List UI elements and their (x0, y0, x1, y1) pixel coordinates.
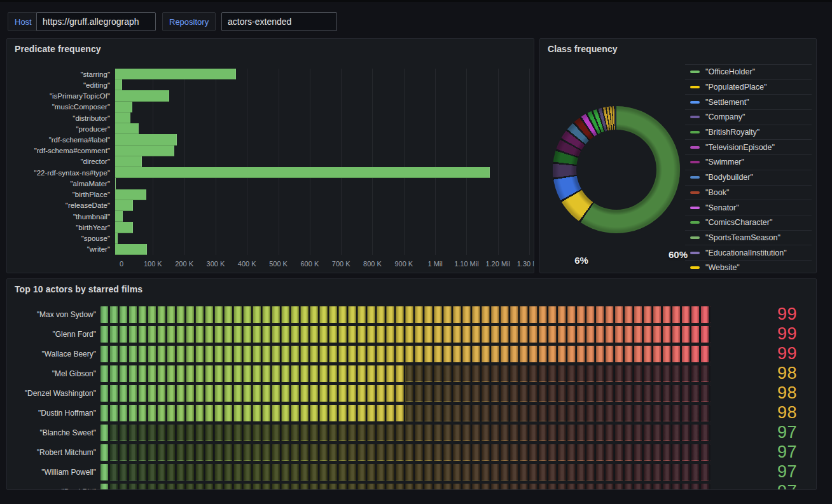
predicate-panel-title[interactable]: Predicate frequency (15, 44, 101, 54)
actor-name: "Wallace Beery" (15, 350, 101, 358)
actor-row: "Wallace Beery"99 (15, 344, 808, 364)
predicate-bar (115, 200, 133, 211)
x-axis-tick: 1.30 Mil (517, 260, 534, 268)
predicate-label: "writer" (13, 244, 115, 255)
legend-swatch (690, 101, 700, 104)
legend-label: "Website" (705, 263, 740, 272)
predicate-bar-track (115, 211, 529, 222)
legend-item[interactable]: "ComicsCharacter" (685, 215, 812, 230)
actor-gauge-bar (101, 405, 711, 421)
legend-item[interactable]: "PopulatedPlace" (685, 79, 812, 95)
predicate-row: "editing" (13, 79, 529, 90)
legend-swatch (690, 266, 700, 269)
x-axis-tick: 300 K (207, 260, 225, 268)
legend-swatch (690, 116, 700, 118)
actors-bar-gauge: "Max von Sydow"99"Glenn Ford"99"Wallace … (15, 304, 808, 486)
legend-label: "Bodybuilder" (705, 173, 753, 182)
predicate-label: "thumbnail" (13, 211, 115, 222)
predicate-label: "birthYear" (13, 222, 115, 233)
legend-swatch (690, 161, 700, 163)
predicate-label: "isPrimaryTopicOf" (13, 90, 115, 101)
actors-panel-title[interactable]: Top 10 actors by starred films (15, 284, 142, 294)
gauge-cell-grid (101, 306, 711, 323)
predicate-bar-track (115, 156, 529, 167)
predicate-bar (115, 102, 132, 112)
host-variable-input[interactable] (36, 12, 156, 31)
class-donut-chart: 60% 7% 6% (553, 106, 680, 233)
actor-row: "Denzel Washington"98 (15, 383, 808, 403)
repository-variable-input[interactable] (221, 12, 337, 31)
actor-gauge-bar (101, 365, 711, 382)
predicate-row: "rdf-schema#label" (13, 134, 529, 145)
legend-label: "SportsTeamSeason" (705, 233, 780, 242)
actor-name: "Dustin Hoffman" (15, 409, 101, 418)
x-axis-tick: 200 K (175, 260, 193, 268)
legend-swatch (690, 71, 700, 73)
actor-row: "Mel Gibson"98 (15, 364, 808, 383)
actor-name: "Mel Gibson" (15, 369, 101, 378)
x-axis-tick: 900 K (394, 260, 413, 268)
x-axis-tick: 500 K (269, 260, 288, 268)
class-panel-title[interactable]: Class frequency (548, 44, 618, 54)
repository-variable-label: Repository (162, 12, 216, 31)
predicate-row: "spouse" (13, 233, 529, 244)
actor-gauge-bar (101, 385, 711, 402)
legend-label: "Senator" (705, 203, 739, 212)
actor-value: 97 (711, 482, 808, 490)
legend-swatch (690, 191, 700, 194)
legend-swatch (690, 131, 700, 133)
gauge-cell-grid (101, 484, 711, 491)
legend-item[interactable]: "Senator" (685, 200, 812, 215)
actor-value: 98 (711, 383, 808, 403)
x-axis-tick: 400 K (238, 260, 256, 268)
legend-item[interactable]: "Settlement" (685, 94, 812, 109)
predicate-bar (115, 167, 490, 178)
legend-item[interactable]: "Company" (685, 109, 812, 125)
legend-item[interactable]: "SportsTeamSeason" (685, 230, 812, 245)
predicate-row: "distributor" (13, 112, 529, 123)
donut-percentage-label: 7% (586, 273, 600, 274)
legend-label: "EducationalInstitution" (705, 249, 787, 257)
legend-item[interactable]: "Website" (685, 260, 812, 273)
actor-row: "William Powell"97 (15, 462, 808, 482)
predicate-bar-track (115, 189, 529, 200)
predicate-bar (115, 90, 169, 101)
legend-label: "Settlement" (705, 98, 749, 107)
legend-swatch (690, 207, 700, 209)
predicate-bar-track (115, 233, 529, 244)
gauge-cell-grid (101, 444, 711, 461)
legend-label: "BritishRoyalty" (705, 128, 759, 137)
legend-label: "ComicsCharacter" (705, 218, 772, 227)
legend-item[interactable]: "BritishRoyalty" (685, 125, 812, 140)
x-axis-tick: 1 Mil (427, 260, 442, 268)
actor-name: "Max von Sydow" (15, 310, 101, 319)
actor-row: "Max von Sydow"99 (15, 304, 808, 324)
gauge-cell-grid (101, 326, 711, 343)
predicate-row: "isPrimaryTopicOf" (13, 90, 529, 101)
grafana-dashboard: Host Repository Predicate frequency "sta… (0, 0, 832, 504)
predicate-label: "producer" (13, 123, 115, 134)
predicate-label: "editing" (13, 79, 115, 90)
legend-swatch (690, 252, 700, 254)
actor-gauge-bar (101, 425, 711, 441)
predicate-label: "rdf-schema#comment" (13, 146, 115, 156)
actor-gauge-bar (101, 484, 711, 491)
legend-item[interactable]: "Book" (685, 185, 812, 200)
predicate-bar (115, 134, 177, 145)
legend-item[interactable]: "TelevisionEpisode" (685, 139, 812, 154)
predicate-bar-chart: "starring""editing""isPrimaryTopicOf""mu… (13, 69, 529, 255)
gauge-cell-grid (101, 405, 711, 421)
predicate-row: "musicComposer" (13, 102, 529, 112)
predicate-bar (115, 222, 133, 233)
class-legend: "OfficeHolder""PopulatedPlace""Settlemen… (685, 64, 812, 273)
predicate-label: "director" (13, 156, 115, 167)
legend-label: "TelevisionEpisode" (705, 143, 775, 152)
legend-item[interactable]: "OfficeHolder" (685, 64, 812, 79)
legend-item[interactable]: "Bodybuilder" (685, 170, 812, 185)
legend-item[interactable]: "EducationalInstitution" (685, 245, 812, 260)
donut-hole (576, 130, 656, 210)
legend-item[interactable]: "Swimmer" (685, 154, 812, 170)
top-actors-panel: Top 10 actors by starred films "Max von … (6, 278, 817, 490)
x-axis-tick: 600 K (300, 260, 319, 268)
legend-label: "OfficeHolder" (705, 67, 755, 76)
